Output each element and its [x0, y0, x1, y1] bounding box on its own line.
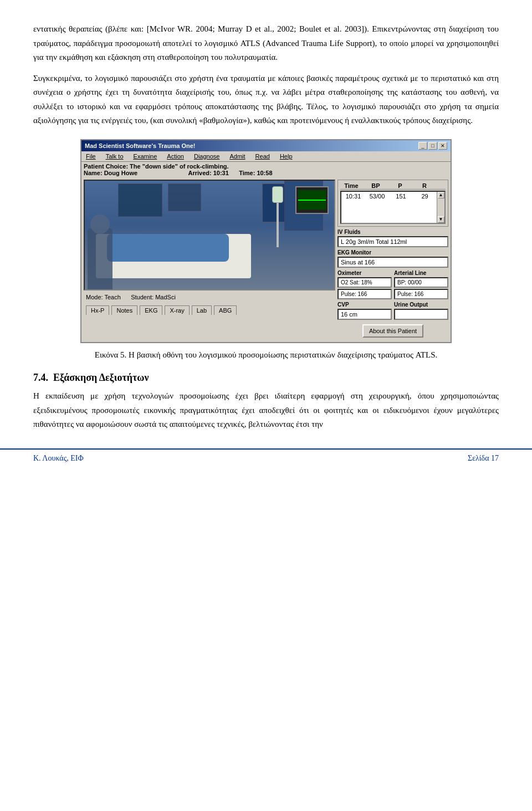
- patient-arrived: Arrived: 10:31: [188, 170, 228, 176]
- app-title: Mad Scientist Software's Trauma One!: [85, 142, 195, 149]
- vitals-scroll-content: 10:31 53/00 151 29: [341, 192, 437, 223]
- section-heading: Εξάσκηση Δεξιοτήτων: [53, 372, 149, 383]
- tab-xray[interactable]: X-ray: [165, 305, 189, 315]
- student-label: Student: MadSci: [131, 294, 176, 300]
- iv-fluids-panel: IV Fluids L 20g 3ml/m Total 112ml: [337, 229, 448, 247]
- vital-bp: 53/00: [366, 193, 388, 200]
- menu-talk-to[interactable]: Talk to: [104, 152, 126, 160]
- oximeter-arterial-row: Oximeter O2 Sat: 18% Pulse: 166 Arterial…: [337, 270, 448, 299]
- vitals-data-row: 10:31 53/00 151 29: [342, 193, 436, 200]
- minimize-button[interactable]: _: [418, 142, 427, 150]
- ekg-monitor-value: Sinus at 166: [337, 257, 448, 268]
- arterial-bp: BP: 00/00: [394, 277, 448, 288]
- about-patient-button[interactable]: About this Patient: [362, 324, 423, 338]
- footer-right: Σελίδα 17: [468, 454, 499, 463]
- iv-fluids-value: L 20g 3ml/m Total 112ml: [337, 236, 448, 247]
- menu-diagnose[interactable]: Diagnose: [192, 152, 222, 160]
- menu-examine[interactable]: Examine: [131, 152, 160, 160]
- vitals-scrollbar[interactable]: ▲ ▼: [437, 192, 444, 223]
- figure-container: Mad Scientist Software's Trauma One! _ □…: [33, 139, 499, 361]
- arterial-pulse: Pulse: 166: [394, 289, 448, 299]
- monitor: [295, 186, 329, 214]
- footer: Κ. Λουκάς, ΕΙΦ Σελίδα 17: [0, 448, 532, 467]
- close-button[interactable]: ✕: [438, 142, 447, 150]
- urine-value: [394, 309, 448, 320]
- section-title: 7.4. Εξάσκηση Δεξιοτήτων: [33, 372, 499, 384]
- cvp-urine-row: CVP 16 cm Urine Output: [337, 302, 448, 320]
- win-titlebar: Mad Scientist Software's Trauma One! _ □…: [81, 140, 451, 151]
- oximeter-panel: Oximeter O2 Sat: 18% Pulse: 166: [337, 270, 392, 299]
- menu-read[interactable]: Read: [253, 152, 272, 160]
- ekg-monitor-label: EKG Monitor: [337, 249, 448, 256]
- figure-caption: Εικόνα 5. Η βασική οθόνη του λογισμικού …: [95, 349, 438, 361]
- oximeter-o2: O2 Sat: 18%: [337, 277, 392, 288]
- patient-body: [107, 234, 229, 262]
- arterial-panel: Arterial Line BP: 00/00 Pulse: 166: [394, 270, 448, 299]
- tab-notes[interactable]: Notes: [111, 305, 137, 315]
- vitals-group: Time BP P R 10:31 53/00 151: [337, 180, 448, 227]
- win-title-buttons: _ □ ✕: [418, 142, 447, 150]
- tab-abg[interactable]: ABG: [214, 305, 237, 315]
- monitor-screen: [298, 190, 326, 210]
- hospital-scene: [85, 181, 334, 289]
- mode-bar: Mode: Teach Student: MadSci: [84, 293, 335, 302]
- vitals-col-r: R: [413, 182, 436, 189]
- patient-name: Name: Doug Howe: [84, 170, 137, 176]
- win-right-panel: Time BP P R 10:31 53/00 151: [337, 180, 448, 340]
- vitals-col-time: Time: [340, 182, 362, 189]
- ekg-monitor-panel: EKG Monitor Sinus at 166: [337, 249, 448, 268]
- menu-action[interactable]: Action: [165, 152, 186, 160]
- patient-info-bar: Patient Choice: The "down side" of rock-…: [81, 162, 451, 177]
- patient-choice: Patient Choice: The "down side" of rock-…: [84, 163, 229, 170]
- maximize-button[interactable]: □: [428, 142, 437, 150]
- cvp-label: CVP: [337, 302, 392, 308]
- menu-file[interactable]: File: [84, 152, 98, 160]
- win-app: Mad Scientist Software's Trauma One! _ □…: [80, 139, 452, 343]
- paragraph-1: εντατικής θεραπείας (βλέπε και: [McIvor …: [33, 22, 499, 65]
- vitals-col-p: P: [389, 182, 411, 189]
- vital-time: 10:31: [342, 193, 364, 200]
- tab-lab[interactable]: Lab: [192, 305, 212, 315]
- menu-admit[interactable]: Admit: [227, 152, 247, 160]
- footer-left: Κ. Λουκάς, ΕΙΦ: [33, 454, 84, 463]
- vitals-header: Time BP P R: [340, 182, 446, 190]
- section-text: Η εκπαίδευση με χρήση τεχνολογιών προσομ…: [33, 389, 499, 432]
- urine-panel: Urine Output: [394, 302, 448, 320]
- vitals-scroll-container: 10:31 53/00 151 29 ▲ ▼: [340, 191, 446, 224]
- paragraph-2: Συγκεκριμένα, το λογισμικό παρουσιάζει σ…: [33, 72, 499, 128]
- tabs-row: Hx-P Notes EKG X-ray Lab ABG: [84, 304, 335, 314]
- vital-r: 29: [414, 193, 436, 200]
- section-number: 7.4.: [33, 372, 48, 383]
- patient-image: [84, 180, 335, 290]
- menu-help[interactable]: Help: [278, 152, 295, 160]
- vitals-col-bp: BP: [365, 182, 387, 189]
- patient-time: Time: 10:58: [239, 170, 272, 176]
- tab-hxp[interactable]: Hx-P: [86, 305, 109, 315]
- cvp-panel: CVP 16 cm: [337, 302, 392, 320]
- win-main-content: Mode: Teach Student: MadSci Hx-P Notes E…: [81, 177, 451, 342]
- mode-label: Mode: Teach: [86, 294, 121, 300]
- oximeter-label: Oximeter: [337, 270, 392, 276]
- win-menubar: File Talk to Examine Action Diagnose Adm…: [81, 151, 451, 162]
- urine-label: Urine Output: [394, 302, 448, 308]
- arterial-label: Arterial Line: [394, 270, 448, 276]
- win-left-panel: Mode: Teach Student: MadSci Hx-P Notes E…: [84, 180, 335, 340]
- cvp-value: 16 cm: [337, 309, 392, 320]
- oximeter-pulse: Pulse: 166: [337, 289, 392, 299]
- vital-p: 151: [390, 193, 412, 200]
- iv-fluids-label: IV Fluids: [337, 229, 448, 235]
- tab-ekg[interactable]: EKG: [140, 305, 162, 315]
